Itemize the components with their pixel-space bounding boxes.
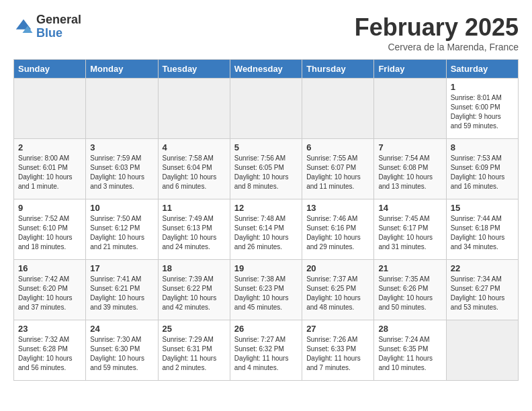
day-cell: 4Sunrise: 7:58 AM Sunset: 6:04 PM Daylig… (158, 139, 230, 199)
logo-text: General Blue (36, 13, 81, 40)
day-info: Sunrise: 7:46 AM Sunset: 6:16 PM Dayligh… (306, 214, 369, 252)
day-info: Sunrise: 7:48 AM Sunset: 6:14 PM Dayligh… (234, 214, 298, 252)
day-info: Sunrise: 7:53 AM Sunset: 6:09 PM Dayligh… (451, 154, 514, 191)
day-cell: 1Sunrise: 8:01 AM Sunset: 6:00 PM Daylig… (446, 79, 518, 139)
day-cell: 17Sunrise: 7:41 AM Sunset: 6:21 PM Dayli… (86, 260, 158, 320)
day-number: 23 (18, 324, 81, 334)
day-number: 12 (234, 203, 298, 213)
day-cell: 21Sunrise: 7:35 AM Sunset: 6:26 PM Dayli… (374, 260, 446, 320)
day-number: 22 (451, 263, 514, 273)
location: Cervera de la Marenda, France (355, 42, 519, 52)
day-info: Sunrise: 7:29 AM Sunset: 6:31 PM Dayligh… (163, 335, 226, 373)
day-number: 16 (18, 263, 81, 273)
day-info: Sunrise: 7:26 AM Sunset: 6:33 PM Dayligh… (306, 335, 369, 373)
day-number: 19 (234, 263, 298, 273)
day-cell (86, 79, 158, 139)
week-row-0: 1Sunrise: 8:01 AM Sunset: 6:00 PM Daylig… (14, 79, 519, 139)
day-number: 27 (306, 324, 369, 334)
day-number: 7 (378, 142, 441, 152)
day-cell (374, 79, 446, 139)
day-info: Sunrise: 7:59 AM Sunset: 6:03 PM Dayligh… (90, 154, 153, 191)
day-info: Sunrise: 7:37 AM Sunset: 6:25 PM Dayligh… (306, 275, 369, 312)
day-cell: 14Sunrise: 7:45 AM Sunset: 6:17 PM Dayli… (374, 199, 446, 260)
day-cell: 27Sunrise: 7:26 AM Sunset: 6:33 PM Dayli… (302, 320, 374, 381)
column-header-thursday: Thursday (302, 60, 374, 79)
day-cell (302, 79, 374, 139)
day-info: Sunrise: 7:35 AM Sunset: 6:26 PM Dayligh… (378, 275, 441, 312)
day-cell: 18Sunrise: 7:39 AM Sunset: 6:22 PM Dayli… (158, 260, 230, 320)
day-cell: 12Sunrise: 7:48 AM Sunset: 6:14 PM Dayli… (230, 199, 302, 260)
day-number: 6 (306, 142, 369, 152)
day-cell: 20Sunrise: 7:37 AM Sunset: 6:25 PM Dayli… (302, 260, 374, 320)
column-header-sunday: Sunday (14, 60, 86, 79)
column-header-saturday: Saturday (446, 60, 518, 79)
column-header-tuesday: Tuesday (158, 60, 230, 79)
day-cell: 16Sunrise: 7:42 AM Sunset: 6:20 PM Dayli… (14, 260, 86, 320)
day-cell: 3Sunrise: 7:59 AM Sunset: 6:03 PM Daylig… (86, 139, 158, 199)
month-title: February 2025 (355, 13, 519, 42)
day-info: Sunrise: 7:41 AM Sunset: 6:21 PM Dayligh… (90, 275, 153, 312)
day-number: 28 (378, 324, 441, 334)
week-row-4: 23Sunrise: 7:32 AM Sunset: 6:28 PM Dayli… (14, 320, 519, 381)
day-cell: 8Sunrise: 7:53 AM Sunset: 6:09 PM Daylig… (446, 139, 518, 199)
day-cell: 26Sunrise: 7:27 AM Sunset: 6:32 PM Dayli… (230, 320, 302, 381)
day-cell: 23Sunrise: 7:32 AM Sunset: 6:28 PM Dayli… (14, 320, 86, 381)
day-info: Sunrise: 7:54 AM Sunset: 6:08 PM Dayligh… (378, 154, 441, 191)
header-row: SundayMondayTuesdayWednesdayThursdayFrid… (14, 60, 519, 79)
day-info: Sunrise: 7:32 AM Sunset: 6:28 PM Dayligh… (18, 335, 81, 373)
title-section: February 2025 Cervera de la Marenda, Fra… (355, 13, 519, 52)
column-header-friday: Friday (374, 60, 446, 79)
day-info: Sunrise: 7:50 AM Sunset: 6:12 PM Dayligh… (90, 214, 153, 252)
week-row-2: 9Sunrise: 7:52 AM Sunset: 6:10 PM Daylig… (14, 199, 519, 260)
day-cell: 24Sunrise: 7:30 AM Sunset: 6:30 PM Dayli… (86, 320, 158, 381)
day-cell: 7Sunrise: 7:54 AM Sunset: 6:08 PM Daylig… (374, 139, 446, 199)
day-cell: 2Sunrise: 8:00 AM Sunset: 6:01 PM Daylig… (14, 139, 86, 199)
day-cell: 9Sunrise: 7:52 AM Sunset: 6:10 PM Daylig… (14, 199, 86, 260)
day-number: 1 (451, 82, 514, 92)
day-cell: 5Sunrise: 7:56 AM Sunset: 6:05 PM Daylig… (230, 139, 302, 199)
day-info: Sunrise: 7:27 AM Sunset: 6:32 PM Dayligh… (234, 335, 298, 373)
logo-icon (13, 17, 34, 37)
day-number: 20 (306, 263, 369, 273)
day-number: 26 (234, 324, 298, 334)
day-info: Sunrise: 7:49 AM Sunset: 6:13 PM Dayligh… (163, 214, 226, 252)
day-cell: 6Sunrise: 7:55 AM Sunset: 6:07 PM Daylig… (302, 139, 374, 199)
day-info: Sunrise: 7:39 AM Sunset: 6:22 PM Dayligh… (163, 275, 226, 312)
day-info: Sunrise: 7:58 AM Sunset: 6:04 PM Dayligh… (163, 154, 226, 191)
day-number: 17 (90, 263, 153, 273)
day-number: 25 (163, 324, 226, 334)
day-number: 5 (234, 142, 298, 152)
day-info: Sunrise: 7:56 AM Sunset: 6:05 PM Dayligh… (234, 154, 298, 191)
day-number: 2 (18, 142, 81, 152)
day-cell: 22Sunrise: 7:34 AM Sunset: 6:27 PM Dayli… (446, 260, 518, 320)
column-header-wednesday: Wednesday (230, 60, 302, 79)
day-cell (230, 79, 302, 139)
day-info: Sunrise: 8:00 AM Sunset: 6:01 PM Dayligh… (18, 154, 81, 191)
day-info: Sunrise: 7:55 AM Sunset: 6:07 PM Dayligh… (306, 154, 369, 191)
day-number: 21 (378, 263, 441, 273)
day-info: Sunrise: 7:34 AM Sunset: 6:27 PM Dayligh… (451, 275, 514, 312)
day-number: 18 (163, 263, 226, 273)
day-cell: 19Sunrise: 7:38 AM Sunset: 6:23 PM Dayli… (230, 260, 302, 320)
day-number: 15 (451, 203, 514, 213)
day-cell: 13Sunrise: 7:46 AM Sunset: 6:16 PM Dayli… (302, 199, 374, 260)
day-info: Sunrise: 7:45 AM Sunset: 6:17 PM Dayligh… (378, 214, 441, 252)
day-cell (446, 320, 518, 381)
day-info: Sunrise: 7:44 AM Sunset: 6:18 PM Dayligh… (451, 214, 514, 252)
week-row-3: 16Sunrise: 7:42 AM Sunset: 6:20 PM Dayli… (14, 260, 519, 320)
day-number: 13 (306, 203, 369, 213)
day-cell (158, 79, 230, 139)
day-cell: 28Sunrise: 7:24 AM Sunset: 6:35 PM Dayli… (374, 320, 446, 381)
day-number: 4 (163, 142, 226, 152)
week-row-1: 2Sunrise: 8:00 AM Sunset: 6:01 PM Daylig… (14, 139, 519, 199)
day-info: Sunrise: 7:24 AM Sunset: 6:35 PM Dayligh… (378, 335, 441, 373)
day-number: 8 (451, 142, 514, 152)
day-cell: 15Sunrise: 7:44 AM Sunset: 6:18 PM Dayli… (446, 199, 518, 260)
day-number: 24 (90, 324, 153, 334)
calendar-table: SundayMondayTuesdayWednesdayThursdayFrid… (13, 59, 519, 381)
day-cell (14, 79, 86, 139)
day-info: Sunrise: 8:01 AM Sunset: 6:00 PM Dayligh… (451, 93, 514, 131)
day-info: Sunrise: 7:52 AM Sunset: 6:10 PM Dayligh… (18, 214, 81, 252)
page-header: General Blue February 2025 Cervera de la… (13, 13, 519, 52)
day-number: 11 (163, 203, 226, 213)
